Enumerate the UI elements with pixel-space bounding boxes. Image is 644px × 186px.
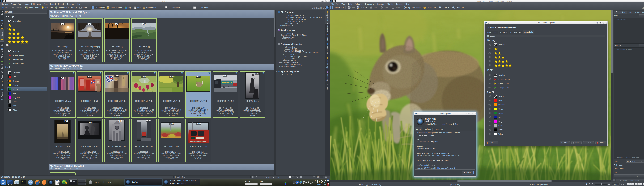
svg-text:CAMDEN LOCK: CAMDEN LOCK [222,82,232,83]
svg-text:i: i [279,11,279,13]
svg-text:hp: hp [296,181,298,183]
svg-text:i: i [294,181,294,183]
svg-text:?: ? [597,22,598,23]
svg-text:?: ? [466,113,466,114]
svg-text:9: 9 [192,137,193,139]
svg-text:TRAFALGAR SQUARE: TRAFALGAR SQUARE [192,141,204,142]
svg-text:>_: >_ [22,181,24,183]
svg-text:m: m [327,23,328,24]
